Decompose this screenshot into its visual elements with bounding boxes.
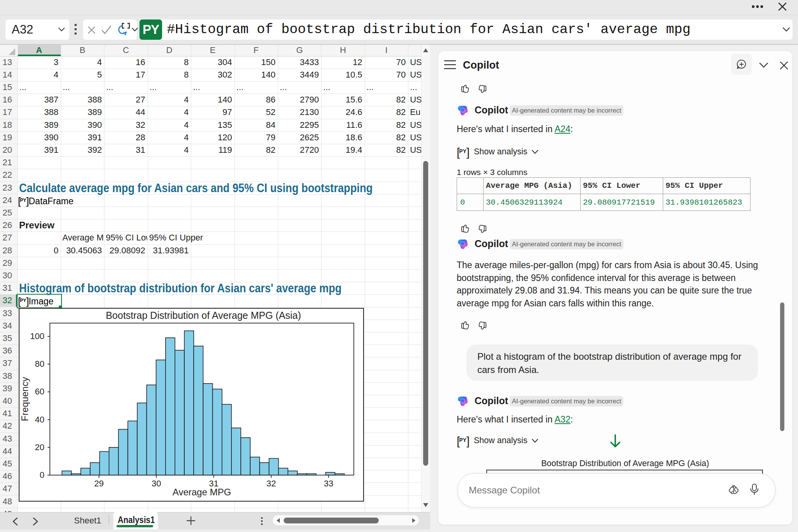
svg-text:80: 80 bbox=[35, 359, 44, 369]
svg-text:100: 100 bbox=[30, 331, 44, 341]
svg-text:60: 60 bbox=[35, 387, 44, 396]
svg-text:20: 20 bbox=[35, 442, 44, 452]
svg-text:Bootstrap Distribution of Aver: Bootstrap Distribution of Average MPG (A… bbox=[106, 310, 301, 321]
svg-text:32: 32 bbox=[267, 479, 276, 488]
svg-text:30: 30 bbox=[152, 479, 161, 488]
svg-text:Average MPG: Average MPG bbox=[173, 487, 231, 497]
svg-text:0: 0 bbox=[40, 470, 44, 480]
svg-text:33: 33 bbox=[324, 479, 333, 488]
svg-text:29: 29 bbox=[94, 479, 104, 488]
svg-text:Frequency: Frequency bbox=[19, 377, 30, 421]
svg-text:40: 40 bbox=[35, 415, 44, 424]
